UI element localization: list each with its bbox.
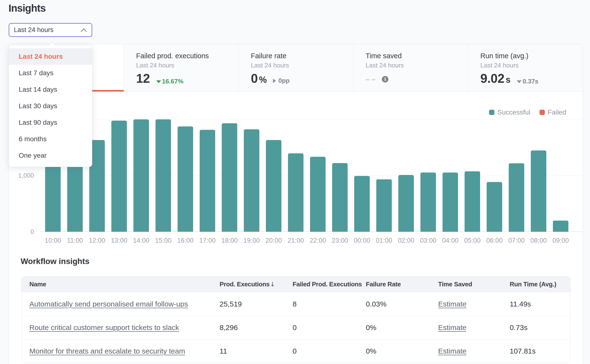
workflow-insights-heading: Workflow insights <box>21 257 90 266</box>
card-subtitle: Last 24 hours <box>366 62 461 69</box>
cell-prod-executions: 8,296 <box>220 323 238 331</box>
column-header-label: Failed Prod. Executions <box>293 281 362 288</box>
cell-failure-rate: 0% <box>366 323 376 331</box>
chevron-up-icon <box>81 28 87 32</box>
estimate-link[interactable]: Estimate <box>438 323 467 331</box>
menu-item-6-months[interactable]: 6 months <box>9 131 92 147</box>
card-value-row: 1216.67% <box>136 72 183 85</box>
card-value: 9.02 <box>480 72 504 85</box>
time-range-select[interactable]: Last 24 hours <box>9 23 92 37</box>
card-value-row: 9.02s0.37s <box>480 72 538 85</box>
cell-prod-executions-wrap: 8,296 <box>220 323 293 332</box>
table-row: Automatically send personalised email fo… <box>22 292 570 316</box>
info-icon[interactable]: i <box>382 76 388 83</box>
cell-failure-rate-wrap: 0.03% <box>366 300 438 308</box>
table-row: Monitor for threats and escalate to secu… <box>22 339 570 363</box>
time-saved-placeholder-dashes <box>366 79 376 80</box>
column-header-label: Run Time (Avg.) <box>510 281 556 288</box>
cell-failed-prod-executions-wrap: 0 <box>293 347 366 355</box>
column-header-label: Failure Rate <box>366 281 401 288</box>
cell-failed-prod-executions-wrap: 0 <box>293 323 366 332</box>
summary-tab-failure-rate[interactable]: Failure rateLast 24 hours0%0pp <box>238 44 353 91</box>
card-title: Failed prod. executions <box>136 52 231 60</box>
card-value: 0 <box>251 72 258 85</box>
page-title: Insights <box>8 2 46 14</box>
estimate-link[interactable]: Estimate <box>438 347 467 355</box>
card-subtitle: Last 24 hours <box>251 62 346 69</box>
card-title: Time saved <box>366 52 461 60</box>
cell-failure-rate-wrap: 0% <box>366 347 438 355</box>
cell-run-time-avg: 11.49s <box>510 300 531 308</box>
cell-failed-prod-executions-wrap: 8 <box>293 300 366 308</box>
cell-prod-executions: 11 <box>220 347 227 355</box>
summary-tab-time-saved[interactable]: Time savedLast 24 hoursi <box>353 44 468 91</box>
cell-failed-prod-executions: 0 <box>293 323 297 331</box>
table-header-row: NameProd. Executions↓Failed Prod. Execut… <box>22 276 570 292</box>
delta-down-arrow-icon <box>517 80 522 83</box>
sort-descending-icon: ↓ <box>270 281 275 288</box>
menu-item-last-24-hours[interactable]: Last 24 hours <box>9 48 92 65</box>
cell-failure-rate: 0% <box>366 347 376 355</box>
card-value-unit: % <box>259 75 267 85</box>
summary-tab-failed-prod-executions[interactable]: Failed prod. executionsLast 24 hours1216… <box>124 44 238 91</box>
card-value-unit: s <box>506 75 510 85</box>
card-value-row: i <box>366 72 388 85</box>
time-range-select-value: Last 24 hours <box>14 26 54 34</box>
column-header-prod-executions[interactable]: Prod. Executions↓ <box>220 281 293 288</box>
card-delta: 0pp <box>273 77 289 84</box>
column-header-label: Prod. Executions <box>220 281 270 288</box>
delta-down-arrow-icon <box>156 80 161 83</box>
delta-right-arrow-icon <box>273 79 276 83</box>
summary-tab-run-time-avg[interactable]: Run time (avg.)Last 24 hours9.02s0.37s <box>468 44 583 91</box>
card-value: 12 <box>136 72 150 85</box>
card-delta: 16.67% <box>156 78 183 85</box>
delta-value: 16.67% <box>162 78 183 85</box>
column-header-label: Name <box>29 281 46 288</box>
workflow-name-link[interactable]: Route critical customer support tickets … <box>29 323 179 331</box>
dash <box>366 79 369 80</box>
menu-item-last-7-days[interactable]: Last 7 days <box>9 65 92 81</box>
column-header-name[interactable]: Name <box>29 281 220 288</box>
menu-item-last-90-days[interactable]: Last 90 days <box>9 114 92 131</box>
column-header-failed-prod-executions[interactable]: Failed Prod. Executions <box>293 281 366 288</box>
card-delta: 0.37s <box>517 78 538 85</box>
cell-failure-rate-wrap: 0% <box>366 323 438 332</box>
workflow-name-link[interactable]: Monitor for threats and escalate to secu… <box>29 347 185 355</box>
column-header-time-saved[interactable]: Time Saved <box>438 281 510 288</box>
workflow-insights-table: NameProd. Executions↓Failed Prod. Execut… <box>21 276 570 363</box>
card-title: Failure rate <box>251 52 346 60</box>
card-title: Run time (avg.) <box>480 52 575 60</box>
cell-prod-executions-wrap: 11 <box>220 347 293 355</box>
insights-page: Insights Last 24 hours Failed prod. exec… <box>0 0 590 364</box>
summary-tabs: Failed prod. executionsLast 24 hours1216… <box>9 44 583 92</box>
cell-prod-executions-wrap: 25,519 <box>220 300 293 308</box>
delta-value: 0pp <box>278 77 289 84</box>
card-value-row: 0%0pp <box>251 72 290 85</box>
table-row: Route critical customer support tickets … <box>22 316 570 339</box>
cell-failure-rate: 0.03% <box>366 300 386 308</box>
estimate-link[interactable]: Estimate <box>438 300 467 308</box>
table-body: Automatically send personalised email fo… <box>22 292 570 363</box>
cell-run-time-avg: 0.73s <box>510 323 527 331</box>
cell-run-time-avg: 107.81s <box>510 347 536 355</box>
column-header-label: Time Saved <box>438 281 472 288</box>
card-subtitle: Last 24 hours <box>480 62 575 69</box>
card-subtitle: Last 24 hours <box>136 62 231 69</box>
workflow-name-link[interactable]: Automatically send personalised email fo… <box>29 300 188 308</box>
time-range-dropdown: Last 24 hoursLast 7 daysLast 14 daysLast… <box>9 45 92 167</box>
cell-failed-prod-executions: 8 <box>293 300 297 308</box>
column-header-failure-rate[interactable]: Failure Rate <box>366 281 438 288</box>
dash <box>372 79 376 80</box>
menu-item-last-30-days[interactable]: Last 30 days <box>9 98 92 114</box>
cell-failed-prod-executions: 0 <box>293 347 297 355</box>
column-header-run-time-avg-[interactable]: Run Time (Avg.) <box>510 281 570 288</box>
menu-item-one-year[interactable]: One year <box>9 147 92 164</box>
dropdown-notch <box>48 41 56 45</box>
cell-prod-executions: 25,519 <box>220 300 242 308</box>
delta-value: 0.37s <box>523 78 538 85</box>
menu-item-last-14-days[interactable]: Last 14 days <box>9 81 92 98</box>
